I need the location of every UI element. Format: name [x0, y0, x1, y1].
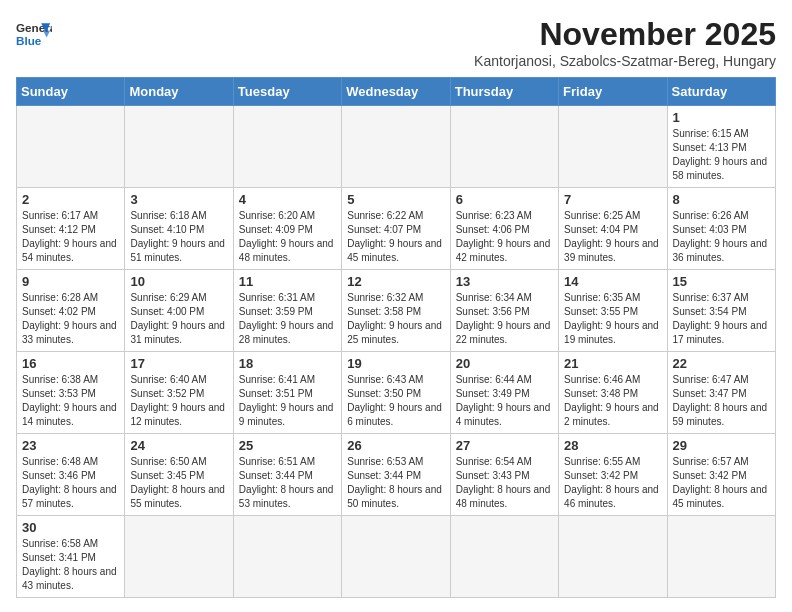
calendar-day-cell	[17, 106, 125, 188]
calendar-day-cell: 27Sunrise: 6:54 AM Sunset: 3:43 PM Dayli…	[450, 434, 558, 516]
weekday-header: SundayMondayTuesdayWednesdayThursdayFrid…	[17, 78, 776, 106]
day-info: Sunrise: 6:22 AM Sunset: 4:07 PM Dayligh…	[347, 209, 444, 265]
weekday-header-cell: Saturday	[667, 78, 775, 106]
header: General Blue November 2025 Kantorjanosi,…	[16, 16, 776, 69]
month-title: November 2025	[474, 16, 776, 53]
day-info: Sunrise: 6:46 AM Sunset: 3:48 PM Dayligh…	[564, 373, 661, 429]
calendar-body: 1Sunrise: 6:15 AM Sunset: 4:13 PM Daylig…	[17, 106, 776, 598]
day-number: 24	[130, 438, 227, 453]
calendar-day-cell: 10Sunrise: 6:29 AM Sunset: 4:00 PM Dayli…	[125, 270, 233, 352]
day-info: Sunrise: 6:35 AM Sunset: 3:55 PM Dayligh…	[564, 291, 661, 347]
calendar-week-row: 9Sunrise: 6:28 AM Sunset: 4:02 PM Daylig…	[17, 270, 776, 352]
calendar-day-cell: 9Sunrise: 6:28 AM Sunset: 4:02 PM Daylig…	[17, 270, 125, 352]
calendar-day-cell: 3Sunrise: 6:18 AM Sunset: 4:10 PM Daylig…	[125, 188, 233, 270]
day-info: Sunrise: 6:53 AM Sunset: 3:44 PM Dayligh…	[347, 455, 444, 511]
day-number: 12	[347, 274, 444, 289]
day-number: 17	[130, 356, 227, 371]
calendar-day-cell	[559, 516, 667, 598]
day-number: 19	[347, 356, 444, 371]
calendar-day-cell: 21Sunrise: 6:46 AM Sunset: 3:48 PM Dayli…	[559, 352, 667, 434]
logo: General Blue	[16, 16, 52, 52]
day-number: 5	[347, 192, 444, 207]
calendar-day-cell	[667, 516, 775, 598]
calendar-week-row: 30Sunrise: 6:58 AM Sunset: 3:41 PM Dayli…	[17, 516, 776, 598]
calendar-day-cell: 4Sunrise: 6:20 AM Sunset: 4:09 PM Daylig…	[233, 188, 341, 270]
day-number: 16	[22, 356, 119, 371]
calendar-table: SundayMondayTuesdayWednesdayThursdayFrid…	[16, 77, 776, 598]
day-info: Sunrise: 6:44 AM Sunset: 3:49 PM Dayligh…	[456, 373, 553, 429]
day-info: Sunrise: 6:57 AM Sunset: 3:42 PM Dayligh…	[673, 455, 770, 511]
day-info: Sunrise: 6:47 AM Sunset: 3:47 PM Dayligh…	[673, 373, 770, 429]
calendar-day-cell: 1Sunrise: 6:15 AM Sunset: 4:13 PM Daylig…	[667, 106, 775, 188]
calendar-day-cell: 16Sunrise: 6:38 AM Sunset: 3:53 PM Dayli…	[17, 352, 125, 434]
day-info: Sunrise: 6:38 AM Sunset: 3:53 PM Dayligh…	[22, 373, 119, 429]
calendar-day-cell: 20Sunrise: 6:44 AM Sunset: 3:49 PM Dayli…	[450, 352, 558, 434]
day-number: 26	[347, 438, 444, 453]
calendar-day-cell: 18Sunrise: 6:41 AM Sunset: 3:51 PM Dayli…	[233, 352, 341, 434]
day-info: Sunrise: 6:31 AM Sunset: 3:59 PM Dayligh…	[239, 291, 336, 347]
calendar-day-cell: 13Sunrise: 6:34 AM Sunset: 3:56 PM Dayli…	[450, 270, 558, 352]
calendar-day-cell: 6Sunrise: 6:23 AM Sunset: 4:06 PM Daylig…	[450, 188, 558, 270]
calendar-day-cell: 7Sunrise: 6:25 AM Sunset: 4:04 PM Daylig…	[559, 188, 667, 270]
calendar-day-cell: 14Sunrise: 6:35 AM Sunset: 3:55 PM Dayli…	[559, 270, 667, 352]
day-info: Sunrise: 6:18 AM Sunset: 4:10 PM Dayligh…	[130, 209, 227, 265]
calendar-day-cell: 26Sunrise: 6:53 AM Sunset: 3:44 PM Dayli…	[342, 434, 450, 516]
calendar-day-cell	[450, 516, 558, 598]
day-number: 29	[673, 438, 770, 453]
calendar-day-cell: 23Sunrise: 6:48 AM Sunset: 3:46 PM Dayli…	[17, 434, 125, 516]
calendar-day-cell: 19Sunrise: 6:43 AM Sunset: 3:50 PM Dayli…	[342, 352, 450, 434]
day-number: 28	[564, 438, 661, 453]
day-info: Sunrise: 6:17 AM Sunset: 4:12 PM Dayligh…	[22, 209, 119, 265]
day-number: 21	[564, 356, 661, 371]
day-info: Sunrise: 6:23 AM Sunset: 4:06 PM Dayligh…	[456, 209, 553, 265]
day-info: Sunrise: 6:32 AM Sunset: 3:58 PM Dayligh…	[347, 291, 444, 347]
weekday-header-cell: Monday	[125, 78, 233, 106]
day-number: 23	[22, 438, 119, 453]
day-info: Sunrise: 6:26 AM Sunset: 4:03 PM Dayligh…	[673, 209, 770, 265]
day-info: Sunrise: 6:37 AM Sunset: 3:54 PM Dayligh…	[673, 291, 770, 347]
day-info: Sunrise: 6:51 AM Sunset: 3:44 PM Dayligh…	[239, 455, 336, 511]
day-number: 27	[456, 438, 553, 453]
title-section: November 2025 Kantorjanosi, Szabolcs-Sza…	[474, 16, 776, 69]
day-number: 9	[22, 274, 119, 289]
calendar-day-cell: 11Sunrise: 6:31 AM Sunset: 3:59 PM Dayli…	[233, 270, 341, 352]
day-info: Sunrise: 6:20 AM Sunset: 4:09 PM Dayligh…	[239, 209, 336, 265]
calendar-day-cell	[450, 106, 558, 188]
calendar-week-row: 1Sunrise: 6:15 AM Sunset: 4:13 PM Daylig…	[17, 106, 776, 188]
day-info: Sunrise: 6:50 AM Sunset: 3:45 PM Dayligh…	[130, 455, 227, 511]
calendar-day-cell: 17Sunrise: 6:40 AM Sunset: 3:52 PM Dayli…	[125, 352, 233, 434]
day-number: 3	[130, 192, 227, 207]
weekday-header-cell: Wednesday	[342, 78, 450, 106]
day-info: Sunrise: 6:41 AM Sunset: 3:51 PM Dayligh…	[239, 373, 336, 429]
weekday-header-cell: Thursday	[450, 78, 558, 106]
calendar-day-cell: 24Sunrise: 6:50 AM Sunset: 3:45 PM Dayli…	[125, 434, 233, 516]
day-number: 13	[456, 274, 553, 289]
calendar-day-cell: 22Sunrise: 6:47 AM Sunset: 3:47 PM Dayli…	[667, 352, 775, 434]
calendar-day-cell	[125, 106, 233, 188]
day-info: Sunrise: 6:55 AM Sunset: 3:42 PM Dayligh…	[564, 455, 661, 511]
day-number: 11	[239, 274, 336, 289]
day-info: Sunrise: 6:15 AM Sunset: 4:13 PM Dayligh…	[673, 127, 770, 183]
calendar-day-cell	[342, 516, 450, 598]
calendar-day-cell: 8Sunrise: 6:26 AM Sunset: 4:03 PM Daylig…	[667, 188, 775, 270]
calendar-day-cell: 5Sunrise: 6:22 AM Sunset: 4:07 PM Daylig…	[342, 188, 450, 270]
day-number: 22	[673, 356, 770, 371]
day-number: 20	[456, 356, 553, 371]
day-number: 18	[239, 356, 336, 371]
day-info: Sunrise: 6:25 AM Sunset: 4:04 PM Dayligh…	[564, 209, 661, 265]
calendar-day-cell	[559, 106, 667, 188]
day-number: 8	[673, 192, 770, 207]
day-info: Sunrise: 6:48 AM Sunset: 3:46 PM Dayligh…	[22, 455, 119, 511]
calendar-day-cell: 25Sunrise: 6:51 AM Sunset: 3:44 PM Dayli…	[233, 434, 341, 516]
calendar-day-cell: 30Sunrise: 6:58 AM Sunset: 3:41 PM Dayli…	[17, 516, 125, 598]
day-number: 4	[239, 192, 336, 207]
calendar-day-cell: 12Sunrise: 6:32 AM Sunset: 3:58 PM Dayli…	[342, 270, 450, 352]
day-number: 30	[22, 520, 119, 535]
day-info: Sunrise: 6:54 AM Sunset: 3:43 PM Dayligh…	[456, 455, 553, 511]
day-info: Sunrise: 6:58 AM Sunset: 3:41 PM Dayligh…	[22, 537, 119, 593]
calendar-day-cell	[233, 106, 341, 188]
day-number: 25	[239, 438, 336, 453]
day-number: 7	[564, 192, 661, 207]
day-number: 10	[130, 274, 227, 289]
calendar-day-cell	[342, 106, 450, 188]
